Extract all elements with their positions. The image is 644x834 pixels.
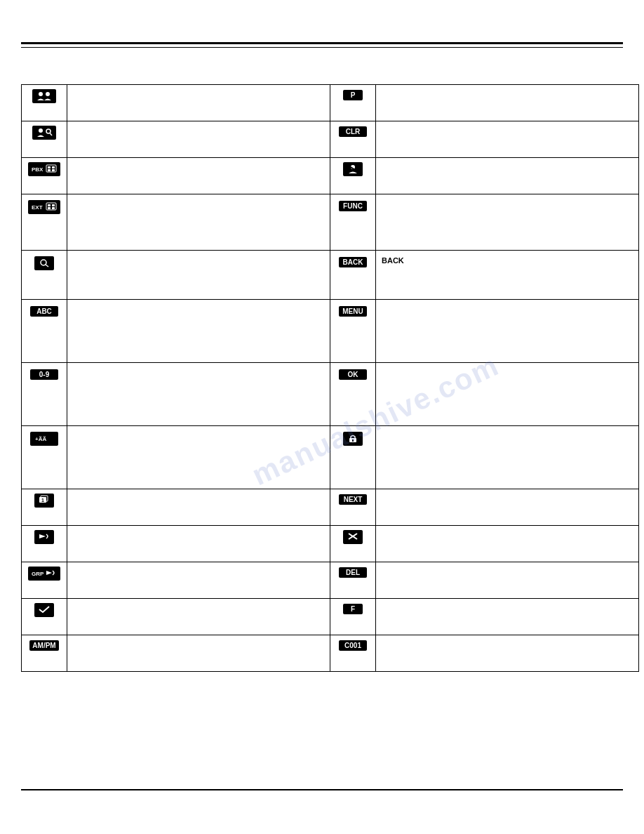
left-icon-cell-5	[22, 251, 67, 300]
table-row: 1 NEXT	[22, 489, 639, 526]
left-icon-cell-3: PBX	[22, 158, 67, 194]
left-desc-1	[67, 85, 330, 121]
table-row: F	[22, 599, 639, 635]
plus-aa-icon: +ÃÃ	[30, 432, 58, 446]
func-icon: FUNC	[339, 201, 367, 211]
right-desc-4	[376, 194, 639, 251]
x-icon	[343, 530, 363, 544]
right-desc-1	[376, 85, 639, 121]
svg-text:EXT: EXT	[32, 204, 43, 211]
table-row: 0-9 OK	[22, 363, 639, 426]
right-icon-cell-9: NEXT	[330, 489, 376, 526]
left-icon-cell	[22, 85, 67, 121]
right-icon-cell-13: C001	[330, 635, 376, 672]
right-desc-9	[376, 489, 639, 526]
icon-table: P CLR	[21, 84, 639, 672]
table-row: GRP DEL	[22, 562, 639, 599]
right-icon-cell-11: DEL	[330, 562, 376, 599]
svg-rect-21	[52, 204, 55, 206]
table-row: PBX	[22, 158, 639, 194]
svg-rect-13	[52, 169, 55, 171]
back-icon: BACK	[339, 257, 367, 267]
bottom-border	[21, 789, 623, 792]
svg-rect-0	[35, 91, 53, 100]
right-icon-cell-8	[330, 426, 376, 489]
left-icon-cell-2	[22, 121, 67, 158]
svg-text:GRP: GRP	[32, 571, 44, 577]
phonebook-icon	[32, 89, 56, 103]
menu-icon: MENU	[339, 306, 367, 317]
svg-rect-22	[48, 207, 51, 209]
left-desc-7	[67, 363, 330, 426]
checkmark-icon	[34, 603, 54, 617]
pbx-icon: PBX	[28, 162, 60, 176]
grp-arrow-icon: GRP	[28, 567, 60, 581]
svg-text:PBX: PBX	[32, 166, 43, 173]
right-icon-cell-2: CLR	[330, 121, 376, 158]
left-desc-2	[67, 121, 330, 158]
left-desc-13	[67, 635, 330, 672]
left-desc-6	[67, 300, 330, 363]
table-row: AM/PM C001	[22, 635, 639, 672]
left-icon-cell-10	[22, 526, 67, 562]
svg-rect-10	[48, 166, 51, 168]
f-icon: F	[343, 604, 363, 614]
ext-icon: EXT	[28, 200, 60, 214]
table-row	[22, 526, 639, 562]
p-icon: P	[343, 90, 363, 100]
svg-rect-31	[352, 439, 354, 442]
left-desc-12	[67, 599, 330, 635]
svg-rect-23	[52, 207, 55, 209]
page-container: manualshive.com	[0, 0, 644, 834]
right-desc-8	[376, 426, 639, 489]
left-desc-11	[67, 562, 330, 599]
ok-icon: OK	[339, 369, 367, 380]
svg-text:1: 1	[41, 498, 44, 503]
right-icon-cell-1: P	[330, 85, 376, 121]
left-desc-4	[67, 194, 330, 251]
c001-icon: C001	[339, 640, 367, 651]
right-icon-cell-5: BACK	[330, 251, 376, 300]
table-row: P	[22, 85, 639, 121]
right-desc-3	[376, 158, 639, 194]
table-row: ABC MENU	[22, 300, 639, 363]
right-desc-13	[376, 635, 639, 672]
svg-rect-11	[52, 166, 55, 168]
left-icon-cell-13: AM/PM	[22, 635, 67, 672]
left-icon-cell-6: ABC	[22, 300, 67, 363]
left-icon-cell-8: +ÃÃ	[22, 426, 67, 489]
left-desc-3	[67, 158, 330, 194]
right-icon-cell-10	[330, 526, 376, 562]
magnifier-icon	[34, 256, 54, 270]
svg-point-4	[39, 128, 43, 133]
zero-nine-icon: 0-9	[30, 369, 58, 380]
right-desc-11	[376, 562, 639, 599]
right-desc-5: BACK	[376, 251, 639, 300]
right-desc-2	[376, 121, 639, 158]
left-desc-9	[67, 489, 330, 526]
right-desc-12	[376, 599, 639, 635]
forward-icon	[34, 530, 54, 544]
right-desc-10	[376, 526, 639, 562]
table-row: CLR	[22, 121, 639, 158]
abc-icon: ABC	[30, 306, 58, 317]
left-desc-8	[67, 426, 330, 489]
table-row: +ÃÃ	[22, 426, 639, 489]
left-icon-cell-7: 0-9	[22, 363, 67, 426]
table-row: EXT FUNC	[22, 194, 639, 251]
right-icon-cell-12: F	[330, 599, 376, 635]
left-icon-cell-9: 1	[22, 489, 67, 526]
right-icon-cell-6: MENU	[330, 300, 376, 363]
back-label: BACK	[382, 256, 404, 265]
right-desc-7	[376, 363, 639, 426]
right-icon-cell-3	[330, 158, 376, 194]
left-icon-cell-4: EXT	[22, 194, 67, 251]
svg-rect-24	[37, 258, 51, 267]
svg-point-2	[46, 92, 50, 96]
svg-rect-12	[48, 169, 51, 171]
table-row: BACK BACK	[22, 251, 639, 300]
left-icon-cell-12	[22, 599, 67, 635]
person-blocked-icon	[343, 162, 363, 176]
right-icon-cell-4: FUNC	[330, 194, 376, 251]
left-desc-5	[67, 251, 330, 300]
